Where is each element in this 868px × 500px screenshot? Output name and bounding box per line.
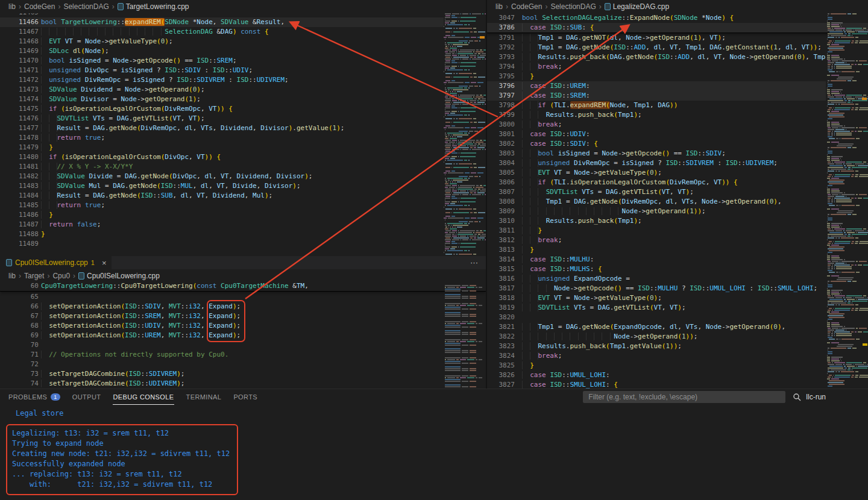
code-line[interactable]: 11488} [0,230,444,239]
code-line[interactable]: 3794 break; [487,62,826,72]
code-line[interactable]: 11472 unsigned DivRemOpc = isSigned ? IS… [0,75,444,85]
code-line[interactable]: 3820 [487,313,826,322]
code-line[interactable]: 3808 Tmp1 = DAG.getNode(DivRemOpc, dl, V… [487,197,826,207]
code-line[interactable]: 3795 } [487,72,826,81]
code-line[interactable]: 3797 case ISD::SREM: [487,91,826,101]
code-line[interactable]: 11468 EVT VT = Node->getValueType(0); [0,37,444,46]
code-line[interactable]: 3817 Node->getOpcode() == ISD::MULHU ? I… [487,284,826,293]
code-line[interactable]: 3802 case ISD::SDIV: { [487,139,826,149]
code-line[interactable]: 11470 bool isSigned = Node->getOpcode() … [0,56,444,66]
code-line[interactable]: 60Cpu0TargetLowering::Cpu0TargetLowering… [0,281,486,291]
code-line[interactable]: 11481 // X % Y -> X-X/Y*Y [0,162,444,172]
code-line[interactable]: 3793 Results.push_back(DAG.getNode(ISD::… [487,52,826,62]
code-line[interactable]: 65 [0,292,444,302]
code-area[interactable]: 3791 Tmp1 = DAG.getNOT(dl, Node->getOper… [487,33,826,389]
breadcrumb-item[interactable]: SelectionDAG [550,2,596,11]
code-line[interactable]: 3815 case ISD::MULHS: { [487,264,826,274]
panel-tab-problems[interactable]: PROBLEMS1 [8,389,60,405]
code-line[interactable]: 11474 SDValue Divisor = Node->getOperand… [0,95,444,104]
search-icon[interactable] [793,393,801,401]
code-line[interactable]: 73 setTargetDAGCombine(ISD::SDIVREM); [0,369,444,379]
code-line[interactable]: 11471 unsigned DivOpc = isSigned ? ISD::… [0,66,444,75]
breadcrumb-item[interactable]: CodeGen [511,2,542,11]
tab-cpu0isellowering[interactable]: Cpu0ISelLowering.cpp 1 × [0,256,112,269]
code-line[interactable]: 11479 } [0,143,444,152]
code-line[interactable]: 3822 Node->getOperand(1)); [487,332,826,342]
breadcrumb-file[interactable]: TargetLowering.cpp [126,2,189,11]
code-line[interactable]: 3805 EVT VT = Node->getValueType(0); [487,168,826,178]
minimap[interactable] [444,281,486,389]
code-line[interactable]: 3810 Results.push_back(Tmp1); [487,216,826,226]
breadcrumb-file[interactable]: Cpu0ISelLowering.cpp [87,272,160,280]
console-filter-input[interactable] [583,391,785,403]
minimap[interactable] [444,13,486,256]
code-line[interactable]: 3812 break; [487,236,826,245]
code-line[interactable]: 3786 case ISD::SUB: { [487,23,868,33]
code-line[interactable]: 11485 return true; [0,201,444,210]
code-line[interactable]: 3804 unsigned DivRemOpc = isSigned ? ISD… [487,158,826,168]
code-line[interactable]: 11475 if (isOperationLegalOrCustom(DivRe… [0,104,444,114]
code-line[interactable]: 11483 SDValue Mul = DAG.getNode(ISD::MUL… [0,181,444,191]
code-line[interactable]: 71 // Operations not directly supported … [0,350,444,360]
code-line[interactable]: 69 setOperationAction(ISD::UREM, MVT::i3… [0,331,444,340]
code-line[interactable]: 11487 return false; [0,220,444,230]
more-actions-icon[interactable]: ··· [462,256,486,269]
code-line[interactable]: 3807 SDVTList VTs = DAG.getVTList(VT, VT… [487,187,826,197]
code-line[interactable]: 3796 case ISD::UREM: [487,81,826,91]
code-line[interactable]: 3803 bool isSigned = Node->getOpcode() =… [487,149,826,158]
code-line[interactable]: 3823 Results.push_back(Tmp1.getValue(1))… [487,342,826,351]
sticky-scroll[interactable]: 3047bool SelectionDAGLegalize::ExpandNod… [487,13,868,33]
debug-console-output[interactable]: Legal store Legalizing: t13: i32 = srem … [0,405,868,500]
code-line[interactable]: 3814 case ISD::MULHU: [487,255,826,264]
code-area[interactable]: 6566 setOperationAction(ISD::SDIV, MVT::… [0,292,444,389]
code-line[interactable]: 11465 [0,13,444,17]
code-line[interactable]: 3824 break; [487,351,826,361]
code-line[interactable]: 3798 if (TLI.expandREM(Node, Tmp1, DAG)) [487,101,826,110]
code-line[interactable]: 11480 if (isOperationLegalOrCustom(DivOp… [0,152,444,162]
code-line[interactable]: 3791 Tmp1 = DAG.getNOT(dl, Node->getOper… [487,33,826,43]
debug-session-selector[interactable]: llc-run [806,393,826,401]
breadcrumb-file[interactable]: LegalizeDAG.cpp [613,2,669,11]
breadcrumb-item[interactable]: Target [24,272,44,280]
minimap[interactable] [826,13,868,389]
code-line[interactable]: 3827 case ISD::SMUL_LOHI: { [487,380,826,389]
code-line[interactable]: 11469 SDLoc dl(Node); [0,46,444,56]
code-line[interactable]: 3813 } [487,245,826,255]
panel-tab-debug-console[interactable]: DEBUG CONSOLE [113,389,174,405]
code-line[interactable]: 3792 Tmp1 = DAG.getNode(ISD::ADD, dl, VT… [487,43,826,52]
breadcrumb-item[interactable]: lib [8,2,16,11]
code-line[interactable]: 11484 Result = DAG.getNode(ISD::SUB, dl,… [0,191,444,201]
code-line[interactable]: 3821 Tmp1 = DAG.getNode(ExpandOpcode, dl… [487,322,826,332]
breadcrumb-item[interactable]: lib [8,272,16,280]
code-line[interactable]: 11466bool TargetLowering::expandREM(SDNo… [0,17,444,27]
code-line[interactable]: 3811 } [487,226,826,236]
code-line[interactable]: 11467 SelectionDAG &DAG) const { [0,27,444,37]
code-line[interactable]: 11473 SDValue Dividend = Node->getOperan… [0,85,444,95]
code-line[interactable]: 74 setTargetDAGCombine(ISD::UDIVREM); [0,379,444,389]
breadcrumb-item[interactable]: SelectionDAG [63,2,108,11]
code-line[interactable]: 11489 [0,239,444,249]
code-line[interactable]: 11486 } [0,210,444,220]
code-line[interactable]: 72 [0,360,444,369]
panel-tab-terminal[interactable]: TERMINAL [186,389,222,405]
code-line[interactable]: 3800 break; [487,120,826,130]
panel-tab-ports[interactable]: PORTS [233,389,257,405]
code-line[interactable]: 3816 unsigned ExpandOpcode = [487,274,826,284]
code-line[interactable]: 68 setOperationAction(ISD::UDIV, MVT::i3… [0,321,444,331]
code-line[interactable]: 70 [0,340,444,350]
code-line[interactable]: 3806 if (TLI.isOperationLegalOrCustom(Di… [487,178,826,187]
code-line[interactable]: 67 setOperationAction(ISD::SREM, MVT::i3… [0,311,444,321]
code-line[interactable]: 3818 EVT VT = Node->getValueType(0); [487,293,826,303]
panel-tab-output[interactable]: OUTPUT [72,389,101,405]
code-line[interactable]: 11482 SDValue Divide = DAG.getNode(DivOp… [0,172,444,181]
breadcrumb-item[interactable]: Cpu0 [52,272,70,280]
code-line[interactable]: 3825 } [487,361,826,370]
code-line[interactable]: 3047bool SelectionDAGLegalize::ExpandNod… [487,13,868,23]
code-area[interactable]: 1146511466bool TargetLowering::expandREM… [0,13,444,256]
breadcrumb-item[interactable]: CodeGen [24,2,55,11]
close-icon[interactable]: × [102,258,107,267]
code-line[interactable]: 66 setOperationAction(ISD::SDIV, MVT::i3… [0,302,444,311]
breadcrumb-item[interactable]: lib [495,2,503,11]
code-line[interactable]: 3819 SDVTList VTs = DAG.getVTList(VT, VT… [487,303,826,313]
sticky-scroll[interactable]: 60Cpu0TargetLowering::Cpu0TargetLowering… [0,281,486,292]
